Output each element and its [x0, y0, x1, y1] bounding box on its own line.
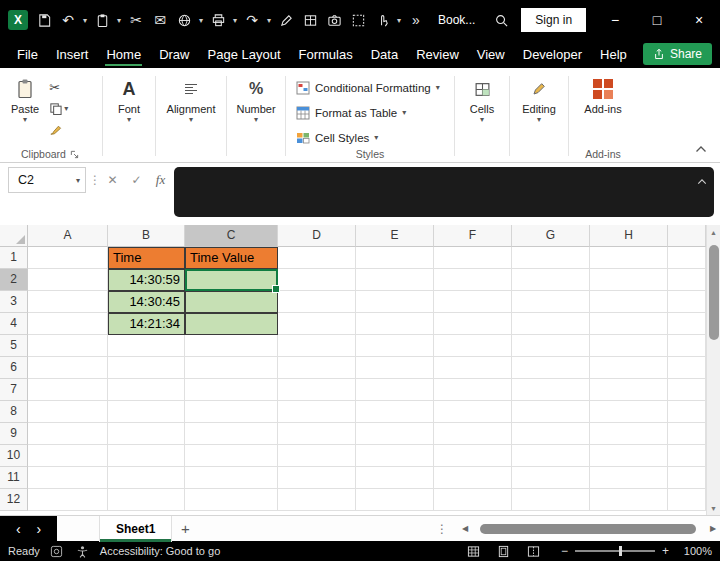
row-header-5[interactable]: 5 — [0, 335, 28, 357]
cell-A4[interactable] — [28, 313, 108, 335]
close-button[interactable]: × — [678, 0, 720, 40]
cell-E6[interactable] — [356, 357, 434, 379]
tab-insert[interactable]: Insert — [47, 42, 98, 67]
cell-B3[interactable]: 14:30:45 — [108, 291, 185, 313]
column-header-C[interactable]: C — [185, 225, 278, 247]
cell-H2[interactable] — [590, 269, 668, 291]
cell-G11[interactable] — [512, 467, 590, 489]
cell-x8-12[interactable] — [668, 489, 706, 511]
next-sheet-button[interactable]: › — [36, 521, 41, 537]
macro-record-icon[interactable] — [48, 545, 66, 558]
search-icon[interactable] — [489, 6, 513, 34]
cell-D2[interactable] — [278, 269, 356, 291]
horizontal-scroll-thumb[interactable] — [480, 524, 696, 534]
cell-E5[interactable] — [356, 335, 434, 357]
cell-H8[interactable] — [590, 401, 668, 423]
cell-G3[interactable] — [512, 291, 590, 313]
cell-B9[interactable] — [108, 423, 185, 445]
cell-D12[interactable] — [278, 489, 356, 511]
cell-A2[interactable] — [28, 269, 108, 291]
cell-F12[interactable] — [434, 489, 512, 511]
cell-D1[interactable] — [278, 247, 356, 269]
new-sheet-button[interactable]: + — [172, 516, 198, 542]
mail-icon[interactable]: ✉ — [148, 6, 172, 34]
cell-C11[interactable] — [185, 467, 278, 489]
cell-A11[interactable] — [28, 467, 108, 489]
cell-B12[interactable] — [108, 489, 185, 511]
paste-button[interactable]: Paste ▾ — [4, 74, 46, 126]
cell-x8-10[interactable] — [668, 445, 706, 467]
cell-C6[interactable] — [185, 357, 278, 379]
cell-D9[interactable] — [278, 423, 356, 445]
cell-C3[interactable] — [185, 291, 278, 313]
share-button[interactable]: Share — [643, 43, 712, 65]
cell-F10[interactable] — [434, 445, 512, 467]
cell-D7[interactable] — [278, 379, 356, 401]
cell-H4[interactable] — [590, 313, 668, 335]
normal-view-button[interactable] — [465, 545, 483, 558]
tab-formulas[interactable]: Formulas — [290, 42, 362, 67]
cell-A1[interactable] — [28, 247, 108, 269]
addins-button[interactable]: Add-ins — [575, 74, 631, 118]
tab-help[interactable]: Help — [591, 42, 636, 67]
row-header-11[interactable]: 11 — [0, 467, 28, 489]
vertical-scrollbar[interactable]: ▲ ▼ — [706, 225, 720, 515]
cell-G4[interactable] — [512, 313, 590, 335]
tab-file[interactable]: File — [8, 42, 47, 67]
accessibility-status[interactable]: Accessibility: Good to go — [100, 545, 220, 557]
cell-G5[interactable] — [512, 335, 590, 357]
scroll-up-icon[interactable]: ▲ — [710, 225, 717, 239]
cell-F7[interactable] — [434, 379, 512, 401]
cell-H6[interactable] — [590, 357, 668, 379]
cell-x8-5[interactable] — [668, 335, 706, 357]
font-button[interactable]: A Font ▾ — [109, 74, 149, 126]
cell-B6[interactable] — [108, 357, 185, 379]
draw-pen-icon[interactable] — [274, 6, 298, 34]
cell-H9[interactable] — [590, 423, 668, 445]
cell-A12[interactable] — [28, 489, 108, 511]
cell-F8[interactable] — [434, 401, 512, 423]
paste-clipboard-icon[interactable] — [90, 6, 114, 34]
column-header-G[interactable]: G — [512, 225, 590, 247]
cell-E11[interactable] — [356, 467, 434, 489]
page-layout-view-button[interactable] — [495, 545, 513, 558]
print-icon[interactable] — [206, 6, 230, 34]
editing-button[interactable]: Editing ▾ — [516, 74, 562, 126]
undo-dropdown-icon[interactable]: ▾ — [80, 16, 90, 25]
cell-F5[interactable] — [434, 335, 512, 357]
cell-A6[interactable] — [28, 357, 108, 379]
alignment-button[interactable]: Alignment ▾ — [162, 74, 220, 126]
row-header-8[interactable]: 8 — [0, 401, 28, 423]
cell-A5[interactable] — [28, 335, 108, 357]
cell-B8[interactable] — [108, 401, 185, 423]
cell-C7[interactable] — [185, 379, 278, 401]
cell-A7[interactable] — [28, 379, 108, 401]
tab-view[interactable]: View — [468, 42, 514, 67]
cell-G8[interactable] — [512, 401, 590, 423]
cell-D11[interactable] — [278, 467, 356, 489]
cell-G10[interactable] — [512, 445, 590, 467]
scroll-left-icon[interactable]: ◀ — [458, 524, 472, 533]
cell-E7[interactable] — [356, 379, 434, 401]
cell-D3[interactable] — [278, 291, 356, 313]
screenshot-icon[interactable] — [346, 6, 370, 34]
column-header-E[interactable]: E — [356, 225, 434, 247]
excel-logo-icon[interactable]: X — [8, 10, 28, 30]
cell-x8-1[interactable] — [668, 247, 706, 269]
sheet-options-icon[interactable]: ⋮ — [426, 522, 458, 536]
touch-mode-dropdown-icon[interactable]: ▾ — [394, 16, 404, 25]
cell-C12[interactable] — [185, 489, 278, 511]
cell-D8[interactable] — [278, 401, 356, 423]
maximize-button[interactable]: □ — [636, 0, 678, 40]
scroll-down-icon[interactable]: ▼ — [710, 501, 717, 515]
name-box[interactable]: C2 ▾ — [8, 167, 86, 193]
cell-C8[interactable] — [185, 401, 278, 423]
cell-G1[interactable] — [512, 247, 590, 269]
accessibility-icon[interactable] — [74, 545, 92, 558]
paste-dropdown-icon[interactable]: ▾ — [114, 16, 124, 25]
spelling-dropdown-icon[interactable]: ▾ — [196, 16, 206, 25]
cell-x8-6[interactable] — [668, 357, 706, 379]
tab-page-layout[interactable]: Page Layout — [199, 42, 290, 67]
zoom-in-button[interactable]: + — [662, 544, 669, 558]
column-header-x8[interactable] — [668, 225, 706, 247]
